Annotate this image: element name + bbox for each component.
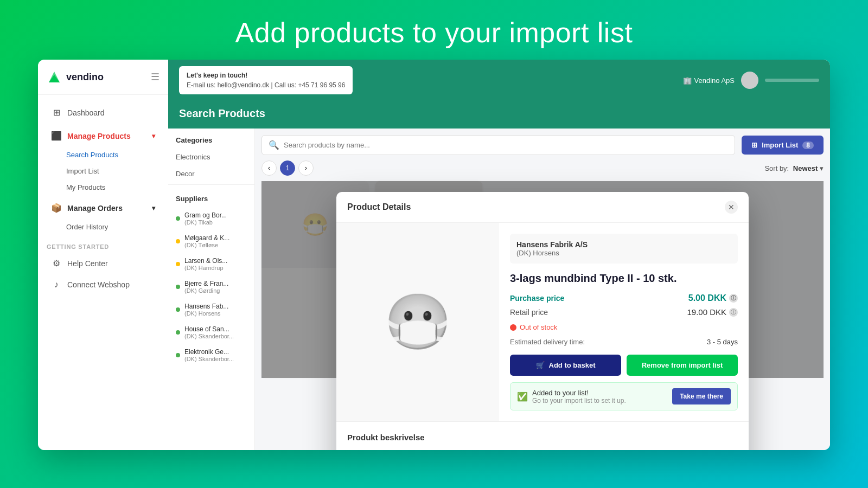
modal-overlay[interactable]: Product Details ✕ 😷 Hansens Fabrik A/S [261,181,824,378]
sidebar-item-dashboard[interactable]: ⊞ Dashboard [42,102,164,123]
search-products-title: Search Products [179,107,265,120]
contact-detail: E-mail us: hello@vendino.dk | Call us: +… [187,80,345,90]
supplier-hansens[interactable]: Hansens Fab... (DK) Horsens [168,298,254,321]
contact-title: Let's keep in touch! [187,70,345,80]
supplier-elektronik[interactable]: Elektronik Ge... (DK) Skanderbor... [168,344,254,367]
left-panel: Categories Electronics Decor Suppliers G… [168,129,255,450]
sidebar-item-my-products[interactable]: My Products [42,179,164,195]
modal-title: Product Details [347,202,411,212]
supplier-name: Elektronik Ge... [184,348,234,356]
purchase-price-row: Purchase price 5.00 DKK ⓘ [510,293,738,303]
modal-body: 😷 Hansens Fabrik A/S (DK) Horsens 3-lags… [336,223,749,421]
sort-chevron-icon[interactable]: ▾ [820,164,824,172]
purchase-price-info-icon[interactable]: ⓘ [729,294,738,303]
supplier-status-dot [176,239,180,243]
topbar-right: 🏢 Vendino ApS [683,72,819,89]
retail-price-label: Retail price [510,308,548,317]
product-modal-image: 😷 [353,262,483,382]
manage-orders-label: Manage Orders [67,204,123,213]
purchase-price-amount: 5.00 DKK [688,293,726,303]
page-hero-title: Add products to your import list [0,16,868,49]
sidebar-navigation: ⊞ Dashboard ⬛ Manage Products ▾ Search P… [38,95,168,450]
delivery-row: Estimated delivery time: 3 - 5 days [510,338,738,346]
added-to-list-notice: ✅ Added to your list! Go to your import … [510,382,738,410]
remove-from-import-button[interactable]: Remove from import list [627,355,738,376]
description-title: Produkt beskrivelse [347,433,738,442]
added-notice-text-area: ✅ Added to your list! Go to your import … [517,389,626,404]
connect-webshop-label: Connect Webshop [67,280,130,289]
supplier-status-dot [176,353,180,357]
sidebar: vendino ☰ ⊞ Dashboard ⬛ Manage Products … [38,60,168,450]
supplier-location: (DK) Tikab [184,219,227,226]
supplier-location: (DK) Horsens [184,310,228,317]
import-button-label: Import List [762,141,798,149]
vendino-logo-icon [47,69,62,85]
products-area: 🔍 ⊞ Import List 8 ‹ 1 › [255,129,830,450]
supplier-name: Mølgaard & K... [184,234,229,242]
stock-status-row: Out of stock [510,323,738,331]
manage-products-group: ⬛ Manage Products ▾ Search Products Impo… [38,125,168,195]
connect-webshop-icon: ♪ [51,280,62,290]
categories-title: Categories [168,129,254,149]
manage-orders-group: 📦 Manage Orders ▾ Order History [38,197,168,235]
supplier-name: Hansens Fab... [184,303,228,310]
sidebar-header: vendino ☰ [38,60,168,95]
retail-price-info-icon[interactable]: ⓘ [729,308,738,317]
pagination: ‹ 1 › [261,160,314,176]
manage-products-header[interactable]: ⬛ Manage Products ▾ [42,125,164,146]
manage-orders-icon: 📦 [51,203,62,213]
company-icon: 🏢 [683,76,692,85]
contact-info: Let's keep in touch! E-mail us: hello@ve… [179,66,353,94]
supplier-molgaard[interactable]: Mølgaard & K... (DK) Tølløse [168,230,254,253]
next-page-button[interactable]: › [298,160,314,176]
import-list-button[interactable]: ⊞ Import List 8 [742,136,824,155]
hamburger-menu[interactable]: ☰ [151,71,159,83]
main-content: Let's keep in touch! E-mail us: hello@ve… [168,60,830,450]
dashboard-icon: ⊞ [51,107,62,118]
prev-page-button[interactable]: ‹ [261,160,277,176]
supplier-gram[interactable]: Gram og Bor... (DK) Tikab [168,207,254,230]
help-center-icon: ⚙ [51,258,62,268]
retail-price-value: 19.00 DKK ⓘ [687,307,738,317]
modal-close-button[interactable]: ✕ [725,201,738,214]
sidebar-item-import-list[interactable]: Import List [42,163,164,179]
progress-bar [765,79,819,82]
modal-description: Produkt beskrivelse 10 stk CE-godkendte … [336,421,749,450]
delivery-label: Estimated delivery time: [510,338,585,346]
manage-products-label: Manage Products [67,132,131,140]
supplier-bjerre[interactable]: Bjerre & Fran... (DK) Gørding [168,275,254,298]
add-to-basket-button[interactable]: 🛒 Add to basket [510,355,621,376]
getting-started-label: GETTING STARTED [38,237,168,252]
purchase-price-label: Purchase price [510,294,564,303]
import-count-badge: 8 [802,142,814,149]
retail-price-amount: 19.00 DKK [687,307,726,317]
stock-status-text: Out of stock [520,323,557,331]
manage-orders-header[interactable]: 📦 Manage Orders ▾ [42,197,164,219]
description-text-1: 10 stk CE-godkendte 3-lags mundbind Type… [347,448,738,450]
search-input[interactable] [284,141,728,149]
logo-text: vendino [66,72,104,83]
supplier-location: (DK) Harndrup [184,265,227,271]
suppliers-title: Suppliers [168,187,254,207]
category-electronics[interactable]: Electronics [168,149,254,165]
supplier-name: Bjerre & Fran... [184,280,228,287]
take-me-there-button[interactable]: Take me there [672,388,731,404]
supplier-box-location: (DK) Horsens [516,249,731,257]
check-circle-icon: ✅ [517,391,528,402]
category-decor[interactable]: Decor [168,165,254,182]
purchase-price-value: 5.00 DKK ⓘ [688,293,738,303]
sidebar-item-order-history[interactable]: Order History [42,219,164,235]
manage-products-icon: ⬛ [51,131,62,141]
content-area: Categories Electronics Decor Suppliers G… [168,129,830,450]
supplier-house[interactable]: House of San... (DK) Skanderbor... [168,321,254,344]
add-basket-label: Add to basket [549,361,596,369]
out-of-stock-icon [510,324,516,331]
user-avatar[interactable] [741,72,758,89]
supplier-info-box: Hansens Fabrik A/S (DK) Horsens [510,234,738,264]
supplier-larsen[interactable]: Larsen & Ols... (DK) Harndrup [168,253,254,275]
sidebar-item-help-center[interactable]: ⚙ Help Center [42,253,164,274]
search-box: 🔍 [261,135,735,155]
page-1-button[interactable]: 1 [280,160,295,176]
sidebar-item-connect-webshop[interactable]: ♪ Connect Webshop [42,274,164,295]
sidebar-item-search-products[interactable]: Search Products [42,147,164,163]
